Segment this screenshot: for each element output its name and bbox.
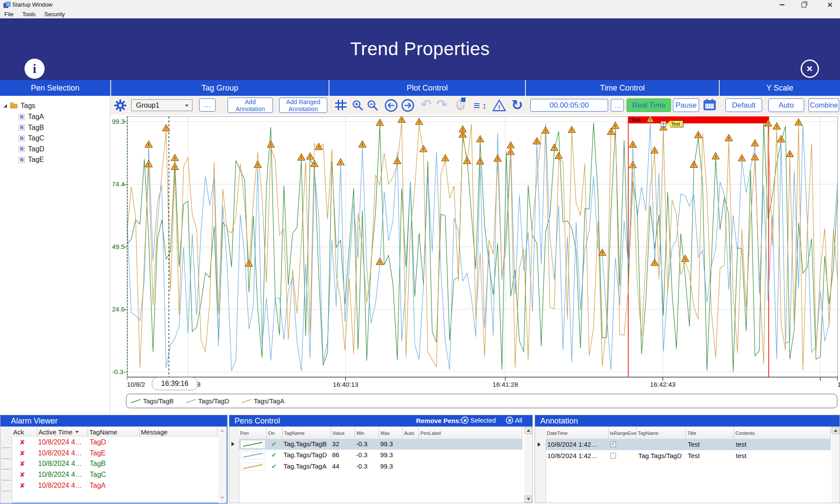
tree-item-tagd[interactable]: NTagD	[18, 144, 106, 154]
close-window-button[interactable]	[822, 0, 837, 10]
flag-annotation[interactable]: Test	[661, 120, 683, 127]
warning-marker-icon[interactable]: !	[254, 161, 262, 168]
pen-row[interactable]: ✔Tag.Tags/TagA44-0.399.3	[239, 461, 522, 472]
column-header-israngeevent[interactable]: IsRangeEvent	[609, 427, 637, 439]
tree-item-tagb[interactable]: NTagB	[18, 123, 106, 133]
column-header-datetime[interactable]: DateTime	[546, 427, 609, 439]
is-range-event-checkbox[interactable]	[610, 453, 616, 458]
warning-marker-icon[interactable]: !	[550, 144, 558, 150]
warning-marker-icon[interactable]: !	[777, 136, 785, 142]
real-time-button[interactable]: Real Time	[626, 98, 671, 112]
warning-marker-icon[interactable]: !	[441, 154, 449, 161]
warning-marker-icon[interactable]: !	[306, 153, 314, 159]
warning-marker-icon[interactable]: !	[476, 158, 484, 164]
warning-marker-icon[interactable]: !	[171, 154, 178, 161]
minimize-button[interactable]	[774, 0, 789, 10]
warning-marker-icon[interactable]: !	[651, 259, 658, 266]
warning-marker-icon[interactable]: !	[786, 150, 794, 157]
column-header-on[interactable]: On	[267, 427, 283, 439]
annotation-row[interactable]: 10/8/2024 1:42…Testtest	[546, 439, 831, 450]
warning-marker-icon[interactable]: !	[751, 140, 759, 146]
warning-marker-icon[interactable]: !	[145, 141, 152, 147]
column-header-contents[interactable]: Contents	[734, 427, 831, 439]
column-header-ack[interactable]: Ack	[12, 427, 37, 437]
calendar-icon[interactable]	[704, 99, 716, 110]
dialog-close-button[interactable]	[801, 60, 819, 78]
alarm-row[interactable]: ✘10/8/2024 4…TagC	[12, 470, 218, 480]
menu-item-tools[interactable]: Tools	[22, 11, 35, 18]
tree-root-tags[interactable]: Tags	[4, 101, 108, 111]
pen-row[interactable]: ✔Tag.Tags/TagD86-0.399.3	[239, 450, 522, 461]
warning-marker-icon[interactable]: !	[359, 141, 366, 147]
ack-cross-icon[interactable]: ✘	[18, 460, 27, 468]
alarm-row[interactable]: ✘10/8/2024 4…TagD	[12, 438, 218, 448]
warning-marker-icon[interactable]: !	[507, 148, 514, 155]
column-header-value[interactable]: Value	[331, 427, 355, 439]
warning-marker-icon[interactable]: !	[738, 154, 746, 161]
column-header-title[interactable]: Title	[686, 427, 734, 439]
column-header-min[interactable]: Min	[355, 427, 379, 439]
add-ranged-annotation-button[interactable]: Add Ranged Annotation	[279, 98, 327, 113]
plot-area[interactable]: Test!!!!!!!!!!!!!!!!!!!!!!!!!!!!!!!!!!!!…	[127, 116, 838, 383]
remove-all-button[interactable]: All	[506, 416, 522, 424]
warning-marker-icon[interactable]: !	[267, 141, 274, 147]
grid-icon[interactable]	[335, 100, 346, 110]
time-span-field[interactable]: 00.00:05:00	[530, 99, 608, 112]
column-header-max[interactable]: Max	[379, 427, 403, 439]
pen-row[interactable]: ✔Tag.Tags/TagB32-0.399.3	[239, 439, 522, 450]
pen-on-check-icon[interactable]: ✔	[271, 451, 277, 459]
scroll-up-button[interactable]	[832, 427, 839, 434]
warning-marker-icon[interactable]: !	[555, 152, 562, 159]
warning-marker-icon[interactable]: !	[394, 157, 401, 164]
column-header-tagname[interactable]: TagName	[88, 427, 140, 437]
trend-chart[interactable]: 99.374.449.524.6-0.3Test!!!!!!!!!!!!!!!!…	[110, 115, 840, 413]
column-header-tagname[interactable]: TagName	[637, 427, 686, 439]
tag-group-select[interactable]: Group1	[131, 99, 192, 111]
alarm-markers-button[interactable]: !	[492, 98, 507, 112]
column-header-tagname[interactable]: TagName	[283, 427, 331, 439]
scroll-up-button[interactable]	[525, 427, 532, 434]
warning-marker-icon[interactable]: !	[171, 163, 178, 170]
menu-item-file[interactable]: File	[4, 11, 14, 18]
legend-item[interactable]: Tags/TagA	[241, 397, 284, 405]
menu-item-security[interactable]: Security	[44, 11, 65, 18]
pan-left-button[interactable]	[384, 98, 398, 112]
add-annotation-button[interactable]: Add Annotation	[228, 98, 273, 113]
is-range-event-checkbox[interactable]	[610, 441, 616, 447]
pan-right-button[interactable]	[401, 98, 415, 112]
warning-marker-icon[interactable]: !	[651, 147, 658, 154]
column-header-pen[interactable]: Pen	[239, 427, 267, 439]
ack-cross-icon[interactable]: ✘	[18, 438, 27, 446]
warning-marker-icon[interactable]: !	[376, 258, 384, 265]
expander-icon[interactable]	[4, 104, 7, 108]
warning-marker-icon[interactable]: !	[682, 255, 689, 262]
default-scale-button[interactable]: Default	[725, 98, 762, 112]
warning-marker-icon[interactable]: !	[507, 142, 514, 148]
warning-marker-icon[interactable]: !	[420, 145, 427, 152]
tag-group-more-button[interactable]: …	[199, 98, 216, 112]
info-button[interactable]: i	[24, 59, 45, 79]
warning-marker-icon[interactable]: !	[795, 119, 802, 125]
warning-marker-icon[interactable]: !	[773, 122, 780, 129]
scroll-up-icon[interactable]	[220, 429, 224, 432]
auto-scale-button[interactable]: Auto	[768, 98, 804, 112]
warning-marker-icon[interactable]: !	[245, 260, 253, 266]
ack-cross-icon[interactable]: ✘	[18, 471, 27, 479]
legend-item[interactable]: Tags/TagB	[130, 397, 174, 405]
warning-marker-icon[interactable]: !	[298, 154, 305, 160]
warning-marker-icon[interactable]: !	[494, 155, 501, 161]
ack-cross-icon[interactable]: ✘	[18, 482, 27, 490]
legend-item[interactable]: Tags/TagD	[185, 397, 229, 405]
alarm-scrollbar[interactable]	[218, 427, 226, 503]
warning-marker-icon[interactable]: !	[542, 127, 550, 133]
zoom-out-button[interactable]	[367, 99, 379, 112]
warning-marker-icon[interactable]: !	[376, 119, 384, 126]
remove-selected-button[interactable]: Selected	[461, 416, 496, 424]
column-header-active-time[interactable]: Active Time	[37, 427, 88, 437]
undo-button[interactable]: ↶	[419, 97, 433, 112]
warning-marker-icon[interactable]: !	[694, 131, 702, 138]
warning-marker-icon[interactable]: !	[463, 157, 471, 164]
column-header-penlabel[interactable]: PenLabel	[419, 427, 522, 439]
pen-on-check-icon[interactable]: ✔	[271, 462, 277, 470]
tree-item-taga[interactable]: NTagA	[18, 112, 106, 122]
